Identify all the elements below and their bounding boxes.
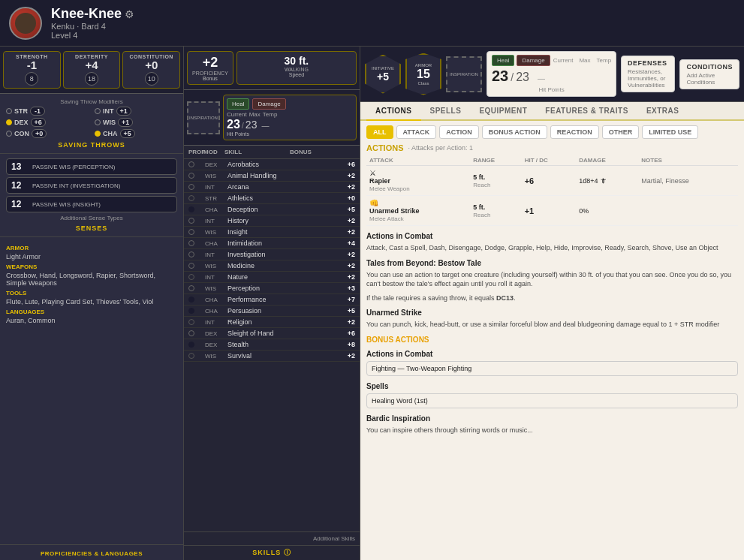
skill-persuasion[interactable]: CHA Persuasion +5 [184,306,360,317]
heal-button-right[interactable]: Heal [492,55,514,66]
hp-max: 23 [245,119,258,131]
skill-perception[interactable]: WIS Perception +3 [184,283,360,294]
tab-equipment[interactable]: Equipment [470,102,536,121]
filter-action[interactable]: Action [439,125,479,139]
table-row[interactable]: 👊 Unarmed Strike Melee Attack 5 ft. Reac… [366,196,738,226]
filter-limited-use[interactable]: Limited Use [642,125,698,139]
skill-deception[interactable]: CHA Deception +5 [184,204,360,215]
hp-label: Hit Points [227,131,353,137]
proficiency-card: +2 Proficiency Bonus [187,51,233,85]
save-wis: WIS +1 [95,118,177,127]
bardic-heading: Bardic Inspiration [366,414,738,423]
skill-acrobatics[interactable]: DEX Acrobatics +6 [184,159,360,170]
sense-perception: 13 Passive Wis (Perception) [6,158,177,175]
skill-sleight-of-hand[interactable]: DEX Sleight of Hand +6 [184,328,360,339]
avatar [9,7,42,40]
char-info: Knee-Knee ⚙ Kenku · Bard 4 Level 4 [51,6,134,40]
bonus-combat-box: Fighting — Two-Weapon Fighting [366,361,738,376]
save-wis-dot [95,119,101,125]
stat-dexterity[interactable]: Dexterity +4 18 [63,51,121,89]
skill-arcana[interactable]: INT Arcana +2 [184,182,360,193]
armor-card: Armor 15 Class [405,53,441,95]
tab-extras[interactable]: Extras [637,102,688,121]
filter-all[interactable]: All [366,125,393,139]
filter-other[interactable]: Other [602,125,640,139]
skill-survival[interactable]: WIS Survival +2 [184,351,360,362]
intimidation-prof-dot [188,240,194,246]
history-prof-dot [188,218,194,224]
tales-heading: Tales from Beyond: Bestow Tale [366,259,738,267]
sleight-prof-dot [188,330,194,336]
save-con: CON +0 [6,129,89,138]
actions-header: Actions · Attacks per Action: 1 [366,143,738,152]
hp-temp: — [261,122,269,130]
tab-spells[interactable]: Spells [421,102,471,121]
save-str-dot [6,108,12,114]
save-note: Saving Throw Modifiers [6,98,177,105]
attack-table: Attack Range Hit / DC Damage Notes ⚔ Rap… [366,155,738,226]
stat-strength[interactable]: Strength -1 8 [3,51,61,89]
proficiencies-footer: Proficiencies & Languages [0,544,183,560]
senses-section: 13 Passive Wis (Perception) 12 Passive I… [0,154,183,237]
stat-constitution[interactable]: Constitution +0 10 [122,51,180,89]
tab-actions[interactable]: Actions [366,102,421,121]
damage-button-right[interactable]: Damage [517,55,550,66]
bonus-combat-heading: Actions in Combat [366,350,738,358]
skills-list: DEX Acrobatics +6 WIS Animal Handling +2… [184,159,360,531]
ability-scores: Strength -1 8 Dexterity +4 18 Constituti… [0,47,183,94]
deception-prof-dot [188,206,194,212]
damage-button[interactable]: Damage [252,98,285,110]
skill-investigation[interactable]: INT Investigation +2 [184,249,360,260]
skill-insight[interactable]: WIS Insight +2 [184,227,360,238]
tales-body: You can use an action to target one crea… [366,270,738,289]
senses-title: Senses [6,224,177,232]
skill-athletics[interactable]: STR Athletics +0 [184,193,360,204]
hp-temp-label: Temp [263,111,278,118]
healing-word-box: Healing Word (1st) [366,393,738,408]
skill-animal-handling[interactable]: WIS Animal Handling +2 [184,170,360,182]
hp-max-label: Max [249,111,261,118]
heal-button[interactable]: Heal [227,98,249,110]
religion-prof-dot [188,319,194,325]
table-row[interactable]: ⚔ Rapier Melee Weapon 5 ft. Reach +6 1d8… [366,166,738,196]
right-stats-row: Initiative +5 Armor 15 Class Inspiration [360,47,744,102]
actions-content: Actions · Attacks per Action: 1 Attack R… [360,143,744,560]
filter-reaction[interactable]: Reaction [550,125,599,139]
inspiration-card[interactable]: Inspiration [446,56,482,92]
hp-current-label: Current [227,111,247,118]
inspiration-box: Inspiration [187,101,220,134]
filter-bonus-action[interactable]: Bonus Action [482,125,547,139]
filter-attack[interactable]: Attack [396,125,437,139]
save-con-dot [6,131,12,137]
char-sub2: Level 4 [51,31,134,40]
hp-current: 23 [227,118,240,131]
skill-medicine[interactable]: WIS Medicine +2 [184,260,360,272]
rapier-icon: ⚔ [369,169,376,177]
proficiencies-label: Proficiencies & Languages [41,550,143,557]
athletics-prof-dot [188,195,194,201]
saving-throws-title: Saving Throws [6,141,177,149]
hp-card: Heal Damage Current Max Temp 23 / 23 — [223,95,357,140]
spells-heading: Spells [366,382,738,390]
save-cha: CHA +5 [95,129,177,138]
skill-religion[interactable]: INT Religion +2 [184,317,360,328]
save-cha-dot [95,131,101,137]
skill-intimidation[interactable]: CHA Intimidation +4 [184,238,360,249]
animal-handling-prof-dot [188,173,194,179]
hp-section: Heal Damage Current Max Temp 23 / 23 [486,51,616,97]
conditions-card: Conditions Add Active Conditions [679,59,739,89]
header: Knee-Knee ⚙ Kenku · Bard 4 Level 4 [0,0,744,47]
unarmed-icon: 👊 [369,199,378,207]
hp-max-right: 23 [516,71,529,84]
bardic-body: You can inspire others through stirring … [366,426,738,435]
languages-label: Languages [6,309,177,315]
armor-label: Armor [6,245,177,251]
persuasion-prof-dot [188,308,194,314]
tab-features[interactable]: Features & Traits [536,102,637,121]
skill-nature[interactable]: INT Nature +2 [184,272,360,283]
skill-stealth[interactable]: DEX Stealth +8 [184,339,360,351]
mid-stats-row1: +2 Proficiency Bonus 30 ft. Walking Spee… [184,47,360,90]
skill-history[interactable]: INT History +2 [184,215,360,227]
gear-icon[interactable]: ⚙ [125,8,134,20]
skill-performance[interactable]: CHA Performance +7 [184,294,360,306]
